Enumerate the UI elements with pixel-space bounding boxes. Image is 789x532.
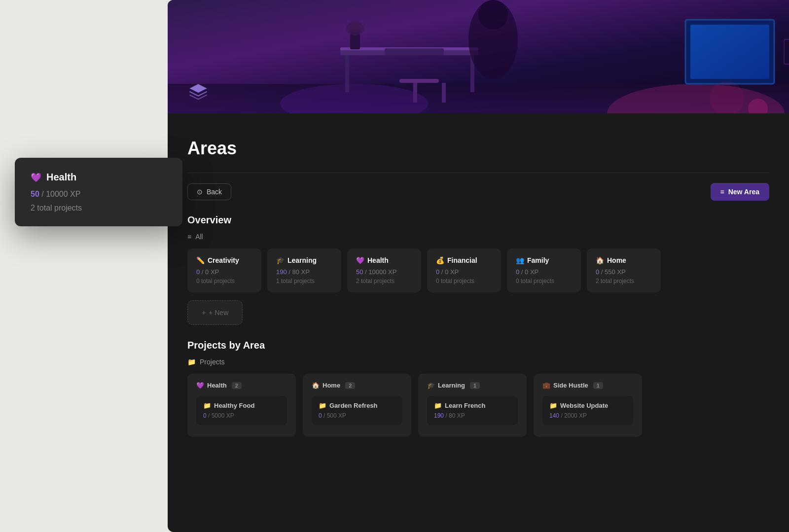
tooltip-xp: 50 / 10000 XP (31, 190, 167, 199)
heart-icon: 💜 (31, 172, 41, 183)
group-count-badge: 1 (470, 382, 480, 389)
svg-rect-19 (784, 39, 789, 64)
area-card-projects: 2 total projects (596, 278, 652, 284)
project-item-name: 📁 Learn French (434, 402, 511, 409)
area-card-title: 🏠 Home (596, 256, 652, 264)
svg-rect-9 (413, 83, 417, 103)
group-count-badge: 2 (232, 382, 242, 389)
main-panel: Areas ⊙ Back ≡ New Area Overview ≡ All ✏… (168, 0, 789, 532)
new-area-icon: ≡ (720, 188, 724, 196)
project-group: 🎓 Learning 1 📁 Learn French 190 / 80 XP (418, 374, 527, 437)
projects-title: Projects by Area (187, 340, 769, 351)
project-group-header: 🏠 Home 2 (312, 382, 402, 389)
page-title: Areas (187, 138, 769, 159)
area-icon: ✏️ (196, 256, 205, 264)
projects-filter-icon: 📁 (187, 358, 196, 366)
area-card-projects: 0 total projects (196, 278, 252, 284)
area-card-title: 💜 Health (356, 256, 412, 264)
project-folder-icon: 📁 (549, 402, 557, 409)
area-card-projects: 1 total projects (276, 278, 332, 284)
projects-section: Projects by Area 📁 Projects 💜 Health 2 📁… (187, 340, 769, 437)
svg-rect-14 (385, 48, 444, 55)
tooltip-title: 💜 Health (31, 172, 167, 183)
project-group-header: 💼 Side Hustle 1 (542, 382, 633, 389)
area-card[interactable]: 🏠 Home 0 / 550 XP 2 total projects (587, 248, 661, 292)
area-card-xp: 0 / 550 XP (596, 268, 652, 276)
banner-scene (168, 0, 789, 113)
svg-rect-13 (690, 25, 769, 79)
group-area-icon: 🎓 (427, 382, 435, 389)
layers-icon (187, 82, 209, 104)
project-item[interactable]: 📁 Website Update 140 / 2000 XP (542, 396, 633, 425)
area-card-title: 💰 Financial (436, 256, 492, 264)
area-card-xp: 0 / 0 XP (516, 268, 572, 276)
area-card[interactable]: 💰 Financial 0 / 0 XP 0 total projects (427, 248, 501, 292)
area-card-title: 👥 Family (516, 256, 572, 264)
project-item[interactable]: 📁 Healthy Food 0 / 5000 XP (196, 396, 287, 425)
project-group-header: 🎓 Learning 1 (427, 382, 518, 389)
svg-point-18 (346, 22, 364, 35)
project-group: 💼 Side Hustle 1 📁 Website Update 140 / 2… (534, 374, 642, 437)
area-card-projects: 0 total projects (436, 278, 492, 284)
project-item-xp: 140 / 2000 XP (549, 412, 626, 419)
project-item-name: 📁 Website Update (549, 402, 626, 409)
project-item[interactable]: 📁 Learn French 190 / 80 XP (427, 396, 518, 425)
project-group: 💜 Health 2 📁 Healthy Food 0 / 5000 XP (187, 374, 296, 437)
area-card[interactable]: 🎓 Learning 190 / 80 XP 1 total projects (267, 248, 341, 292)
project-item-xp: 0 / 500 XP (319, 412, 395, 419)
project-folder-icon: 📁 (319, 402, 326, 409)
overview-filter: ≡ All (187, 233, 769, 241)
add-new-area-button[interactable]: + + New (187, 300, 243, 325)
area-icon: 💰 (436, 256, 444, 264)
project-folder-icon: 📁 (203, 402, 211, 409)
area-card-projects: 0 total projects (516, 278, 572, 284)
back-icon: ⊙ (197, 188, 203, 196)
banner (168, 0, 789, 113)
project-item[interactable]: 📁 Garden Refresh 0 / 500 XP (312, 396, 402, 425)
area-card-xp: 50 / 10000 XP (356, 268, 412, 276)
area-cards-row: ✏️ Creativity 0 / 0 XP 0 total projects … (187, 248, 769, 292)
svg-rect-10 (442, 83, 446, 103)
project-item-xp: 0 / 5000 XP (203, 412, 280, 419)
back-button[interactable]: ⊙ Back (187, 183, 231, 200)
area-card-xp: 190 / 80 XP (276, 268, 332, 276)
area-card-xp: 0 / 0 XP (196, 268, 252, 276)
area-card[interactable]: ✏️ Creativity 0 / 0 XP 0 total projects (187, 248, 261, 292)
group-area-icon: 💼 (542, 382, 550, 389)
projects-filter: 📁 Projects (187, 358, 769, 366)
overview-title: Overview (187, 214, 769, 226)
group-count-badge: 1 (593, 382, 603, 389)
group-area-icon: 💜 (196, 382, 204, 389)
health-tooltip-card: 💜 Health 50 / 10000 XP 2 total projects (15, 158, 182, 226)
filter-icon: ≡ (187, 233, 191, 241)
projects-row: 💜 Health 2 📁 Healthy Food 0 / 5000 XP 🏠 … (187, 374, 769, 437)
tooltip-projects: 2 total projects (31, 204, 167, 213)
overview-section: Overview ≡ All ✏️ Creativity 0 / 0 XP 0 … (187, 214, 769, 325)
project-group-header: 💜 Health 2 (196, 382, 287, 389)
project-group: 🏠 Home 2 📁 Garden Refresh 0 / 500 XP (303, 374, 411, 437)
area-icon: 🎓 (276, 256, 285, 264)
group-count-badge: 2 (345, 382, 355, 389)
project-item-name: 📁 Healthy Food (203, 402, 280, 409)
svg-rect-5 (345, 55, 349, 92)
new-area-button[interactable]: ≡ New Area (711, 183, 769, 201)
area-card[interactable]: 💜 Health 50 / 10000 XP 2 total projects (347, 248, 421, 292)
area-card-title: ✏️ Creativity (196, 256, 252, 264)
area-card-title: 🎓 Learning (276, 256, 332, 264)
plus-icon: + (202, 309, 206, 317)
project-item-name: 📁 Garden Refresh (319, 402, 395, 409)
area-card-xp: 0 / 0 XP (436, 268, 492, 276)
area-icon: 🏠 (596, 256, 604, 264)
area-icon: 👥 (516, 256, 524, 264)
svg-rect-8 (399, 79, 439, 83)
project-item-xp: 190 / 80 XP (434, 412, 511, 419)
area-icon: 💜 (356, 256, 364, 264)
svg-point-22 (478, 0, 508, 30)
area-card-projects: 2 total projects (356, 278, 412, 284)
group-area-icon: 🏠 (312, 382, 320, 389)
project-folder-icon: 📁 (434, 402, 442, 409)
area-card[interactable]: 👥 Family 0 / 0 XP 0 total projects (507, 248, 581, 292)
toolbar: ⊙ Back ≡ New Area (187, 183, 769, 201)
page-content: Areas ⊙ Back ≡ New Area Overview ≡ All ✏… (168, 138, 789, 437)
